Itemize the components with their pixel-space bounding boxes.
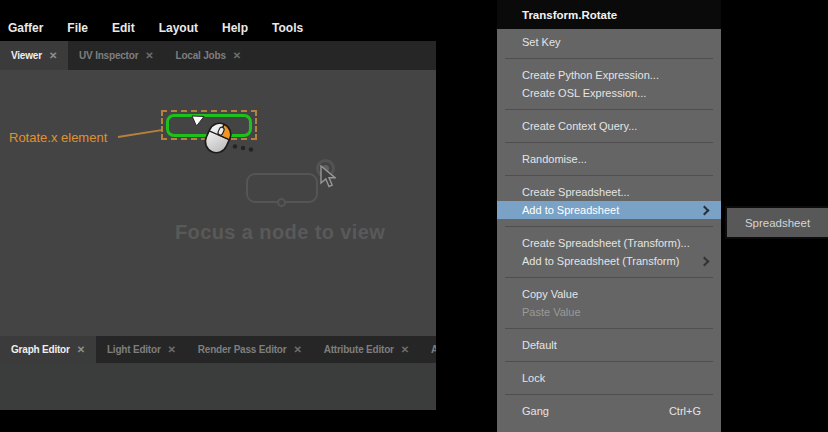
tab-label: Attribute Editor — [324, 344, 394, 355]
menu-separator — [505, 58, 713, 59]
menu-item-gang[interactable]: Gang Ctrl+G — [497, 402, 721, 420]
close-tab-icon[interactable]: ✕ — [233, 50, 241, 61]
close-tab-icon[interactable]: ✕ — [145, 50, 153, 61]
annotation-rotate-x-element: Rotate.x element — [9, 130, 107, 145]
bottom-tab-bar: Graph Editor ✕ Light Editor ✕ Render Pas… — [0, 336, 436, 363]
menu-separator — [505, 175, 713, 176]
menu-item-create-osl-expression[interactable]: Create OSL Expression... — [497, 84, 721, 102]
tab-label: Render Pass Editor — [198, 344, 287, 355]
tab-uv-inspector[interactable]: UV Inspector ✕ — [68, 41, 164, 70]
menu-separator — [505, 277, 713, 278]
context-menu-title: Transform.Rotate — [497, 0, 721, 29]
menu-separator — [505, 226, 713, 227]
menu-item-paste-value: Paste Value — [497, 303, 721, 321]
menu-item-add-to-spreadsheet[interactable]: Add to Spreadsheet — [497, 201, 721, 219]
submenu-arrow-icon — [700, 256, 710, 266]
node-port-icon — [277, 198, 286, 207]
tab-graph-editor[interactable]: Graph Editor ✕ — [0, 336, 96, 363]
tab-local-jobs[interactable]: Local Jobs ✕ — [165, 41, 252, 70]
tab-light-editor[interactable]: Light Editor ✕ — [96, 336, 187, 363]
menu-item-add-to-spreadsheet-transform[interactable]: Add to Spreadsheet (Transform) — [497, 252, 721, 270]
menu-item-create-python-expression[interactable]: Create Python Expression... — [497, 66, 721, 84]
menu-item-randomise[interactable]: Randomise... — [497, 150, 721, 168]
tab-animation-editor[interactable]: Anim — [420, 336, 436, 363]
close-tab-icon[interactable]: ✕ — [49, 50, 57, 61]
menu-separator — [505, 394, 713, 395]
hint-dots-icon — [231, 143, 255, 153]
menu-item-create-spreadsheet[interactable]: Create Spreadsheet... — [497, 183, 721, 201]
tab-attribute-editor[interactable]: Attribute Editor ✕ — [313, 336, 420, 363]
menubar-item-edit[interactable]: Edit — [112, 21, 135, 35]
top-tab-bar: Viewer ✕ UV Inspector ✕ Local Jobs ✕ — [0, 41, 436, 70]
menu-item-default[interactable]: Default — [497, 336, 721, 354]
context-menu: Transform.Rotate Set Key Create Python E… — [497, 0, 721, 432]
menu-item-lock[interactable]: Lock — [497, 369, 721, 387]
menubar-item-help[interactable]: Help — [222, 21, 248, 35]
pointer-cursor-icon — [320, 165, 336, 189]
menu-item-create-context-query[interactable]: Create Context Query... — [497, 117, 721, 135]
tab-label: Viewer — [11, 50, 42, 61]
menubar-item-layout[interactable]: Layout — [159, 21, 198, 35]
tab-viewer[interactable]: Viewer ✕ — [0, 41, 68, 70]
context-menu-body: Set Key Create Python Expression... Crea… — [497, 29, 721, 420]
spreadsheet-submenu: Spreadsheet — [725, 206, 828, 239]
menu-item-create-spreadsheet-transform[interactable]: Create Spreadsheet (Transform)... — [497, 234, 721, 252]
tab-label: Anim — [431, 344, 436, 355]
menu-separator — [505, 142, 713, 143]
close-tab-icon[interactable]: ✕ — [401, 344, 409, 355]
menu-separator — [505, 361, 713, 362]
close-tab-icon[interactable]: ✕ — [77, 344, 85, 355]
main-menubar: Gaffer File Edit Layout Help Tools — [0, 0, 436, 41]
menu-separator — [505, 109, 713, 110]
submenu-arrow-icon — [700, 205, 710, 215]
tab-label: UV Inspector — [79, 50, 138, 61]
menubar-item-tools[interactable]: Tools — [272, 21, 303, 35]
shortcut-label: Ctrl+G — [669, 405, 701, 417]
gaffer-window: Gaffer File Edit Layout Help Tools Viewe… — [0, 0, 436, 410]
close-tab-icon[interactable]: ✕ — [293, 344, 301, 355]
tab-render-pass-editor[interactable]: Render Pass Editor ✕ — [187, 336, 313, 363]
close-tab-icon[interactable]: ✕ — [168, 344, 176, 355]
tab-label: Graph Editor — [11, 344, 70, 355]
tab-label: Local Jobs — [176, 50, 226, 61]
menu-item-set-key[interactable]: Set Key — [497, 33, 721, 51]
mouse-right-click-icon — [196, 118, 240, 162]
editor-panel — [0, 363, 436, 410]
menu-separator — [505, 328, 713, 329]
tab-label: Light Editor — [107, 344, 161, 355]
menubar-item-file[interactable]: File — [67, 21, 88, 35]
submenu-item-spreadsheet[interactable]: Spreadsheet — [745, 217, 810, 229]
viewer-placeholder-text: Focus a node to view — [175, 221, 385, 244]
menubar-item-gaffer[interactable]: Gaffer — [8, 21, 43, 35]
menu-item-copy-value[interactable]: Copy Value — [497, 285, 721, 303]
